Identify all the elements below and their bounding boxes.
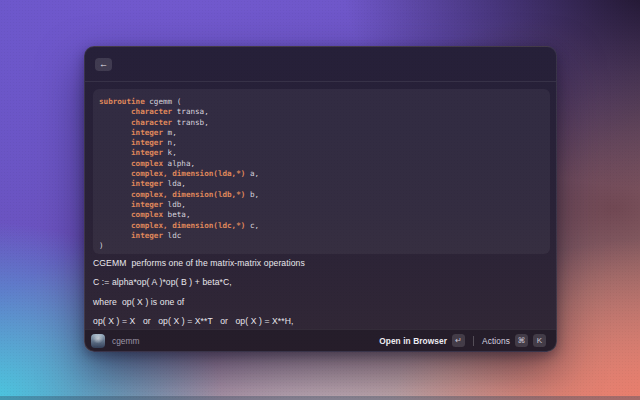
code-line: integer lda, <box>99 179 544 189</box>
description-section: CGEMM performs one of the matrix-matrix … <box>93 258 550 336</box>
code-line: complex beta, <box>99 210 544 220</box>
return-key-icon: ↵ <box>452 334 465 347</box>
actions-button[interactable]: Actions ⌘ K <box>482 334 546 347</box>
nav-header: ← <box>85 47 556 82</box>
code-line: integer m, <box>99 128 544 138</box>
documentation-window: ← subroutine cgemm ( character transa, c… <box>84 46 557 352</box>
action-bar-divider <box>473 336 474 346</box>
open-in-browser-button[interactable]: Open in Browser ↵ <box>379 334 465 347</box>
code-line: integer ldb, <box>99 200 544 210</box>
code-line: character transa, <box>99 107 544 117</box>
desktop-background: ← subroutine cgemm ( character transa, c… <box>0 0 640 400</box>
code-line: integer ldc <box>99 231 544 241</box>
code-line: integer k, <box>99 148 544 158</box>
code-line: complex, dimension(ldb,*) b, <box>99 190 544 200</box>
description-paragraph: op( X ) = X or op( X ) = X**T or op( X )… <box>93 316 550 326</box>
code-block: subroutine cgemm ( character transa, cha… <box>93 89 550 254</box>
code-line: complex, dimension(ldc,*) c, <box>99 221 544 231</box>
action-bar-right: Open in Browser ↵ Actions ⌘ K <box>379 334 546 347</box>
back-button[interactable]: ← <box>95 58 112 71</box>
description-paragraph: C := alpha*op( A )*op( B ) + beta*C, <box>93 277 550 287</box>
description-paragraph: CGEMM performs one of the matrix-matrix … <box>93 258 550 268</box>
code-line: character transb, <box>99 118 544 128</box>
open-in-browser-label: Open in Browser <box>379 336 447 346</box>
actions-label: Actions <box>482 336 510 346</box>
code-line: integer n, <box>99 138 544 148</box>
code-line: complex, dimension(lda,*) a, <box>99 169 544 179</box>
command-key-icon: ⌘ <box>515 334 528 347</box>
k-key-icon: K <box>533 334 546 347</box>
screen-bottom-edge <box>0 396 640 400</box>
back-arrow-icon: ← <box>99 60 108 69</box>
result-app-icon <box>91 334 105 348</box>
code-line: ) <box>99 241 544 251</box>
description-paragraph: where op( X ) is one of <box>93 297 550 307</box>
code-line: complex alpha, <box>99 159 544 169</box>
code-line: subroutine cgemm ( <box>99 97 544 107</box>
action-bar: cgemm Open in Browser ↵ Actions ⌘ K <box>85 329 556 351</box>
command-label: cgemm <box>112 336 139 346</box>
